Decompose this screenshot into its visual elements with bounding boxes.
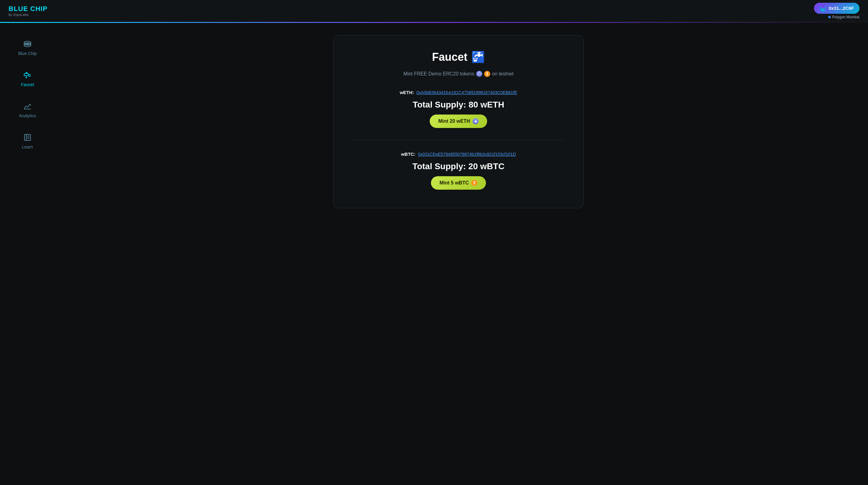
mint-weth-icon: ◆ (472, 118, 478, 124)
wallet-avatar (819, 5, 826, 11)
weth-total-supply: Total Supply: 80 wETH (413, 100, 504, 110)
mint-wbtc-icon: ₿ (471, 180, 477, 186)
mint-weth-label: Mint 20 wETH (438, 119, 470, 124)
faucet-subtitle: Mint FREE Demo ERC20 tokens ⬡ ₿ on testn… (403, 71, 514, 77)
blue-chip-icon (23, 39, 32, 49)
faucet-title-text: Faucet (432, 51, 467, 63)
eth-small-icon: ⬡ (476, 71, 482, 77)
faucet-subtitle-text: Mint FREE Demo ERC20 tokens (403, 71, 474, 77)
analytics-icon (23, 102, 32, 111)
sidebar-label-learn: Learn (22, 145, 33, 149)
wallet-section: 0x31...2C6F Polygon Mumbai (814, 3, 860, 19)
faucet-subtitle-suffix: on testnet (492, 71, 514, 77)
weth-address-line: wETH: 0xA0bB384341fce161C475891898167403… (400, 90, 517, 95)
weth-section: wETH: 0xA0bB384341fce161C475891898167403… (352, 87, 565, 131)
network-dot-icon (828, 16, 831, 18)
btc-small-icon: ₿ (484, 71, 490, 77)
logo-subtitle: by EquiLabs (8, 13, 29, 17)
wallet-address-button[interactable]: 0x31...2C6F (814, 3, 860, 14)
sidebar-item-analytics[interactable]: Analytics (6, 97, 49, 122)
section-divider (352, 140, 565, 140)
sidebar-label-faucet: Faucet (21, 82, 34, 87)
wbtc-address-line: wBTC: 0x031CEeE5794955076874b1f6b3c821f1… (401, 151, 516, 157)
sidebar-item-learn[interactable]: Learn (6, 128, 49, 154)
faucet-card: Faucet 🚰 Mint FREE Demo ERC20 tokens ⬡ ₿… (333, 35, 584, 208)
svg-rect-9 (26, 134, 31, 141)
svg-rect-5 (24, 73, 28, 76)
content-area: Faucet 🚰 Mint FREE Demo ERC20 tokens ⬡ ₿… (55, 23, 868, 485)
wbtc-total-supply: Total Supply: 20 wBTC (412, 161, 504, 171)
sidebar-item-faucet[interactable]: Faucet (6, 66, 49, 91)
wallet-network: Polygon Mumbai (828, 15, 860, 19)
learn-icon (23, 133, 32, 142)
sidebar: Blue Chip Faucet Analytics (0, 23, 55, 485)
main-layout: Blue Chip Faucet Analytics (0, 23, 868, 485)
wbtc-label: wBTC: (401, 151, 416, 157)
faucet-title: Faucet 🚰 (432, 51, 485, 63)
faucet-title-emoji: 🚰 (471, 51, 485, 63)
mint-wbtc-button[interactable]: Mint 5 wBTC ₿ (431, 176, 486, 190)
faucet-icon (23, 70, 32, 80)
sidebar-item-blue-chip[interactable]: Blue Chip (6, 35, 49, 60)
svg-rect-6 (26, 72, 27, 73)
sidebar-label-blue-chip: Blue Chip (18, 51, 37, 56)
wbtc-address-link[interactable]: 0x031CEeE5794955076874b1f6b3c821f153cf10… (418, 152, 516, 157)
app-header: BLUE CHIP by EquiLabs 0x31...2C6F Polygo… (0, 0, 868, 22)
wbtc-section: wBTC: 0x031CEeE5794955076874b1f6b3c821f1… (352, 148, 565, 193)
wallet-address-text: 0x31...2C6F (829, 5, 854, 11)
weth-address-link[interactable]: 0xA0bB384341fce161C475891898167403C0EB81… (416, 90, 517, 95)
weth-label: wETH: (400, 90, 414, 95)
network-name-text: Polygon Mumbai (832, 15, 860, 19)
sidebar-label-analytics: Analytics (19, 113, 36, 118)
mint-wbtc-label: Mint 5 wBTC (439, 180, 469, 186)
logo-title: BLUE CHIP (8, 5, 48, 12)
app-logo: BLUE CHIP by EquiLabs (8, 5, 48, 16)
mint-weth-button[interactable]: Mint 20 wETH ◆ (430, 115, 487, 128)
